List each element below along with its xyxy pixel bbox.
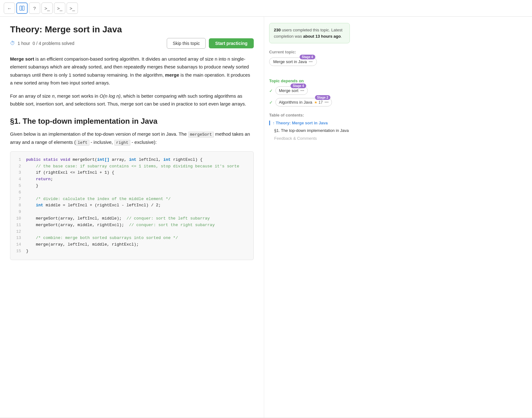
- start-button[interactable]: Start practicing: [209, 38, 254, 48]
- depends-pill-0: Stage 4 Merge sort •••: [275, 86, 308, 95]
- depends-pill-1: Stage 2 Algorithms in Java ★ 17 •••: [275, 98, 332, 106]
- merge-bold: merge: [165, 72, 179, 78]
- star-icon-1: ★: [314, 100, 318, 105]
- line-number: 11: [15, 222, 21, 229]
- code-line-11: 11 mergeSort(array, middle, rightExcl); …: [15, 222, 248, 229]
- toc-item-label-0: ↑ Theory: Merge sort in Java: [273, 121, 328, 125]
- current-topic-title: Current topic:: [269, 50, 350, 54]
- meta-buttons: Skip this topic Start practicing: [167, 38, 254, 49]
- skip-button[interactable]: Skip this topic: [167, 38, 206, 49]
- right-inline-code: right: [114, 140, 130, 146]
- code-line-14: 14 merge(array, leftIncl, middle, rightE…: [15, 242, 248, 248]
- theory-paragraph-1: Merge sort is an efficient comparison-ba…: [10, 55, 254, 87]
- line-number: 9: [15, 209, 21, 215]
- back-button[interactable]: ←: [4, 3, 15, 14]
- code-line-8: 8 int middle = leftIncl + (rightExcl - l…: [15, 202, 248, 209]
- code-line-5: 5 }: [15, 183, 248, 189]
- toc-title: Table of contents:: [269, 113, 350, 117]
- line-number: 4: [15, 176, 21, 183]
- line-content: }: [26, 248, 248, 255]
- completion-box: 230 users completed this topic. Latest c…: [269, 23, 350, 43]
- impl-right-desc: - exclusive):: [130, 139, 157, 145]
- toc-item-0[interactable]: ↑ Theory: Merge sort in Java: [269, 121, 350, 125]
- line-number: 13: [15, 235, 21, 242]
- code-line-9: 9: [15, 209, 248, 215]
- terminal3-button[interactable]: >_: [67, 3, 78, 14]
- line-number: 12: [15, 229, 21, 235]
- code-line-10: 10 mergeSort(array, leftIncl, middle); /…: [15, 215, 248, 222]
- line-content: /* combine: merge both sorted subarrays …: [26, 235, 248, 242]
- current-topic-dots[interactable]: •••: [309, 60, 313, 64]
- line-content: }: [26, 183, 248, 189]
- sidebar: 230 users completed this topic. Latest c…: [264, 17, 355, 418]
- line-number: 14: [15, 242, 21, 248]
- code-line-3: 3 if (rightExcl <= leftIncl + 1) {: [15, 170, 248, 176]
- line-number: 6: [15, 189, 21, 196]
- current-topic-name: Merge sort in Java: [273, 59, 307, 64]
- line-content: [26, 209, 248, 215]
- line-content: mergeSort(array, middle, rightExcl); // …: [26, 222, 248, 229]
- line-number: 1: [15, 157, 21, 163]
- code-line-2: 2 // the base case: if subarray contains…: [15, 163, 248, 170]
- code-line-12: 12: [15, 229, 248, 235]
- line-number: 7: [15, 196, 21, 203]
- code-line-4: 4 return;: [15, 176, 248, 183]
- check-icon-0: ✓: [269, 88, 273, 93]
- current-topic-pill: Stage 4 Merge sort in Java •••: [269, 57, 317, 66]
- line-content: /* divide: calculate the index of the mi…: [26, 196, 248, 203]
- problems-label: 0 / 4 problems solved: [33, 41, 74, 46]
- toc-item-1[interactable]: §1. The top-down implementation in Java: [269, 128, 350, 133]
- star-count-1: ★ 17: [314, 100, 323, 105]
- line-content: public static void mergeSort(int[] array…: [26, 157, 248, 163]
- line-content: if (rightExcl <= leftIncl + 1) {: [26, 170, 248, 176]
- line-number: 10: [15, 215, 21, 222]
- code-line-7: 7 /* divide: calculate the index of the …: [15, 196, 248, 203]
- meta-bar: ⏱ 1 hour 0 / 4 problems solved Skip this…: [10, 38, 254, 49]
- depends-dots-1[interactable]: •••: [325, 100, 329, 105]
- depends-item-0: ✓ Stage 4 Merge sort •••: [269, 86, 350, 95]
- depends-title: Topic depends on: [269, 79, 350, 83]
- completion-count: 230: [274, 28, 281, 32]
- toc-feedback[interactable]: Feedback & Comments: [269, 136, 350, 141]
- line-number: 15: [15, 248, 21, 255]
- left-inline-code: left: [76, 140, 89, 146]
- code-line-15: 15}: [15, 248, 248, 255]
- current-stage-badge: Stage 4: [300, 55, 315, 59]
- line-number: 3: [15, 170, 21, 176]
- depends-stage-badge-1: Stage 2: [315, 95, 331, 100]
- line-content: mergeSort(array, leftIncl, middle); // c…: [26, 215, 248, 222]
- toolbar: ← ? >_ >_ >_: [0, 0, 532, 17]
- terminal2-button[interactable]: >_: [54, 3, 65, 14]
- math-complexity: O(n log n): [100, 93, 121, 99]
- line-content: [26, 229, 248, 235]
- impl-left-desc: - inclusive,: [90, 139, 114, 145]
- code-line-6: 6: [15, 189, 248, 196]
- line-number: 8: [15, 202, 21, 209]
- terminal1-button[interactable]: >_: [41, 3, 53, 14]
- depends-item-1: ✓ Stage 2 Algorithms in Java ★ 17 •••: [269, 98, 350, 106]
- main-content: Theory: Merge sort in Java ⏱ 1 hour 0 / …: [0, 17, 264, 418]
- page-title: Theory: Merge sort in Java: [10, 24, 254, 35]
- code-line-1: 1public static void mergeSort(int[] arra…: [15, 157, 248, 163]
- line-content: merge(array, leftIncl, middle, rightExcl…: [26, 242, 248, 248]
- line-number: 5: [15, 183, 21, 189]
- math-n: n: [52, 93, 54, 99]
- svg-rect-1: [22, 6, 24, 10]
- completion-time: about 13 hours ago: [303, 34, 341, 39]
- impl-text-pre: Given below is an implementation of the …: [10, 131, 188, 137]
- help-button[interactable]: ?: [29, 3, 40, 14]
- check-icon-1: ✓: [269, 100, 273, 105]
- book-button[interactable]: [16, 3, 28, 14]
- svg-rect-0: [20, 6, 22, 10]
- line-content: [26, 189, 248, 196]
- time-label: 1 hour: [18, 41, 30, 46]
- star-number-1: 17: [318, 100, 323, 105]
- meta-left: ⏱ 1 hour 0 / 4 problems solved: [10, 41, 74, 46]
- depends-dots-0[interactable]: •••: [300, 89, 304, 93]
- code-block: 1public static void mergeSort(int[] arra…: [10, 151, 254, 260]
- depends-name-1: Algorithms in Java: [279, 100, 312, 105]
- depends-stage-badge-0: Stage 4: [290, 84, 306, 88]
- line-content: return;: [26, 176, 248, 183]
- code-line-13: 13 /* combine: merge both sorted subarra…: [15, 235, 248, 242]
- clock-icon: ⏱: [10, 41, 15, 46]
